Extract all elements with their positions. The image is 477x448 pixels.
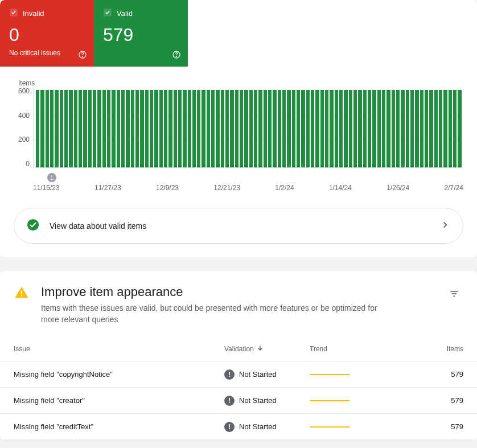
improve-text: Improve item appearance Items with these…: [41, 285, 394, 325]
x-tick: 1/26/24: [386, 184, 409, 192]
arrow-down-icon: [256, 344, 264, 354]
svg-point-5: [176, 56, 176, 57]
chart-bar: [301, 90, 305, 167]
chart-bar: [382, 90, 385, 167]
chart-bar: [282, 90, 286, 167]
chart-bar: [107, 90, 110, 167]
chart-bar: [439, 90, 442, 167]
chevron-right-icon: [440, 220, 450, 232]
status-chart-card: Invalid 0 No critical issues Valid: [0, 0, 477, 257]
chart-bar: [372, 90, 376, 167]
y-tick: 0: [26, 160, 30, 168]
chart-bar: [306, 90, 310, 167]
filter-icon[interactable]: [445, 285, 463, 305]
chart-bar: [377, 90, 381, 167]
x-tick: 11/15/23: [33, 184, 60, 192]
issue-row[interactable]: Missing field "copyrightNotice"!Not Star…: [0, 361, 477, 388]
valid-tile-header: Valid: [103, 8, 179, 19]
issue-name: Missing field "creator": [14, 396, 224, 405]
chart-bar: [159, 90, 163, 167]
issue-row[interactable]: Missing field "creditText"!Not Started57…: [0, 414, 477, 440]
chart: Items 600 400 200 0 1 11/15/23 11/27/23 …: [0, 67, 477, 199]
chart-bar: [249, 90, 253, 167]
help-icon[interactable]: [78, 50, 87, 61]
help-icon[interactable]: [172, 50, 181, 61]
issue-row[interactable]: Missing field "creator"!Not Started579: [0, 388, 477, 414]
chart-bar: [211, 90, 215, 167]
chart-bar: [64, 90, 68, 167]
improve-appearance-card: Improve item appearance Items with these…: [0, 271, 477, 440]
status-tiles: Invalid 0 No critical issues Valid: [0, 0, 477, 67]
chart-marker[interactable]: 1: [47, 173, 56, 182]
chart-bar: [254, 90, 257, 167]
chart-bar: [410, 90, 414, 167]
chart-bar: [112, 90, 115, 167]
x-tick: 11/27/23: [94, 184, 121, 192]
issue-trend: [310, 400, 378, 401]
col-items-header: Items: [378, 345, 463, 353]
chart-bar: [117, 90, 120, 167]
chart-bar: [216, 90, 219, 167]
chart-bar: [292, 90, 295, 167]
issue-status: Not Started: [239, 422, 277, 431]
chart-bar: [235, 90, 238, 167]
x-tick: 1/14/24: [329, 184, 352, 192]
chart-bar: [425, 90, 428, 167]
chart-bar: [131, 90, 134, 167]
exclamation-icon: !: [224, 369, 235, 380]
chart-bar: [97, 90, 101, 167]
chart-bar: [420, 90, 423, 167]
invalid-tile[interactable]: Invalid 0 No critical issues: [0, 0, 94, 67]
chart-bar: [178, 90, 182, 167]
chart-bar: [46, 90, 49, 167]
chart-bar: [311, 90, 314, 167]
chart-bar: [458, 90, 461, 167]
svg-rect-11: [453, 295, 455, 297]
chart-x-axis: 11/15/23 11/27/23 12/9/23 12/21/23 1/2/2…: [33, 184, 463, 192]
invalid-count: 0: [9, 24, 85, 46]
chart-bar: [449, 90, 452, 167]
view-valid-items-label: View data about valid items: [50, 221, 440, 231]
chart-bar: [207, 90, 210, 167]
issue-trend: [310, 374, 378, 375]
chart-bar: [188, 90, 191, 167]
chart-bar: [386, 90, 390, 167]
view-valid-items-button[interactable]: View data about valid items: [14, 208, 463, 244]
invalid-tile-header: Invalid: [9, 8, 85, 19]
x-tick: 12/21/23: [213, 184, 240, 192]
chart-bar: [40, 90, 44, 167]
chart-bar: [287, 90, 290, 167]
chart-bar: [353, 90, 357, 167]
chart-bar: [240, 90, 243, 167]
valid-count: 579: [103, 24, 179, 46]
chart-bar: [358, 90, 361, 167]
chart-bar: [273, 90, 276, 167]
checkbox-checked-icon: [103, 8, 112, 19]
chart-bar: [297, 90, 300, 167]
chart-bar: [244, 90, 248, 167]
chart-bar: [55, 90, 58, 167]
chart-bar: [225, 90, 229, 167]
chart-bar: [69, 90, 72, 167]
y-tick: 600: [18, 87, 30, 95]
chart-bar: [330, 90, 333, 167]
valid-tile[interactable]: Valid 579: [94, 0, 188, 67]
exclamation-icon: !: [224, 422, 235, 432]
check-circle-icon: [27, 219, 39, 233]
issue-validation: !Not Started: [224, 369, 310, 380]
chart-bar: [50, 90, 54, 167]
chart-y-axis: 600 400 200 0: [14, 87, 33, 168]
col-trend-header: Trend: [310, 345, 378, 353]
chart-bar: [230, 90, 233, 167]
svg-rect-8: [21, 295, 22, 296]
chart-bar: [258, 90, 262, 167]
col-validation-header[interactable]: Validation: [224, 344, 310, 354]
svg-point-2: [82, 56, 83, 57]
issue-validation: !Not Started: [224, 396, 310, 406]
issue-status: Not Started: [239, 370, 277, 379]
warning-icon: [14, 285, 30, 302]
svg-rect-9: [450, 291, 458, 292]
chart-plot[interactable]: 1: [33, 87, 463, 168]
chart-bar: [183, 90, 186, 167]
chart-bar: [415, 90, 418, 167]
